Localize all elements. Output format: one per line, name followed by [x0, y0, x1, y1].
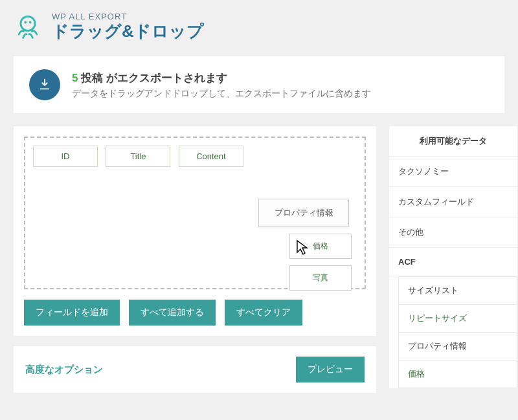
- sidebar-sub-repeat-size[interactable]: リピートサイズ: [398, 304, 517, 332]
- drag-child-item[interactable]: 写真: [289, 265, 352, 291]
- drop-zone[interactable]: ID Title Content プロパティ情報 価格 写真: [24, 137, 366, 289]
- page-title: ドラッグ&ドロップ: [52, 21, 204, 41]
- brand-label: WP ALL EXPORT: [52, 12, 204, 21]
- available-data-header: 利用可能なデータ: [389, 126, 517, 157]
- advanced-options-panel[interactable]: 高度なオプション プレビュー: [13, 346, 377, 393]
- sidebar-sub-property-info[interactable]: プロパティ情報: [398, 332, 517, 360]
- sidebar-sub-size-list[interactable]: サイズリスト: [398, 276, 517, 304]
- export-subtitle: データをドラッグアンドドロップして、エクスポートファイルに含めます: [72, 88, 371, 100]
- add-all-button[interactable]: すべて追加する: [129, 300, 216, 326]
- drag-child-item[interactable]: 価格: [289, 234, 352, 259]
- sidebar-item-taxonomy[interactable]: タクソノミー: [389, 157, 517, 187]
- export-count-suffix: 投稿 がエクスポートされます: [81, 72, 227, 84]
- sidebar-sub-price[interactable]: 価格: [398, 360, 517, 388]
- page-header: WP ALL EXPORT ドラッグ&ドロップ: [0, 0, 518, 49]
- preview-button[interactable]: プレビュー: [296, 357, 365, 382]
- available-data-panel: 利用可能なデータ タクソノミー カスタムフィールド その他 ACF サイズリスト…: [388, 126, 518, 389]
- svg-point-0: [21, 16, 35, 30]
- dragging-group[interactable]: プロパティ情報 価格 写真: [258, 199, 352, 291]
- sidebar-item-other[interactable]: その他: [389, 217, 517, 248]
- svg-point-1: [24, 21, 27, 24]
- export-count: 5: [72, 72, 78, 84]
- drag-parent-item[interactable]: プロパティ情報: [258, 199, 349, 227]
- advanced-options-title: 高度なオプション: [25, 364, 103, 376]
- export-count-title: 5 投稿 がエクスポートされます: [72, 71, 371, 85]
- field-chip[interactable]: Content: [179, 146, 243, 167]
- sidebar-item-custom-fields[interactable]: カスタムフィールド: [389, 187, 517, 217]
- builder-panel: ID Title Content プロパティ情報 価格 写真 フィールドを追加 …: [13, 126, 377, 337]
- export-info-bar: 5 投稿 がエクスポートされます データをドラッグアンドドロップして、エクスポー…: [13, 56, 505, 114]
- clear-all-button[interactable]: すべてクリア: [225, 300, 302, 326]
- field-chip[interactable]: Title: [106, 146, 170, 167]
- sidebar-item-acf[interactable]: ACF: [389, 248, 517, 276]
- download-icon: [29, 69, 60, 100]
- logo-icon: [13, 12, 43, 41]
- field-chip[interactable]: ID: [33, 146, 98, 167]
- add-field-button[interactable]: フィールドを追加: [24, 300, 120, 326]
- svg-point-2: [29, 21, 32, 24]
